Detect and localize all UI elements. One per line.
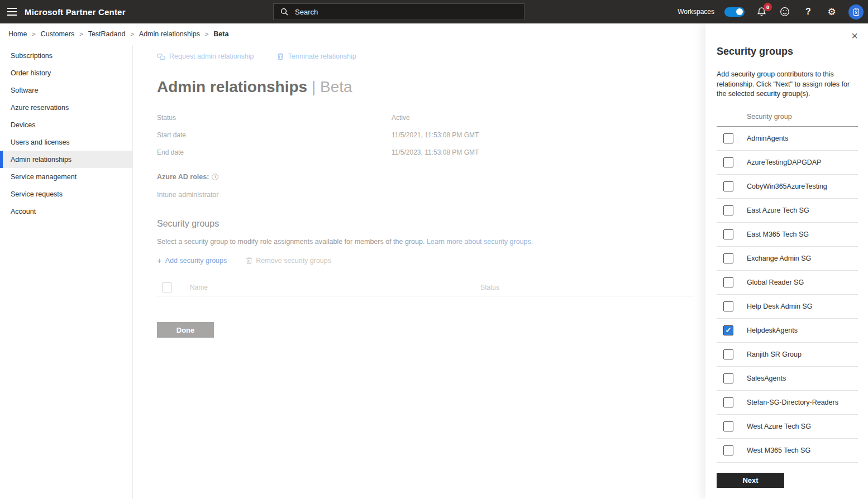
help-button[interactable]: ? [802, 5, 815, 18]
feedback-button[interactable] [778, 5, 791, 18]
id-badge-icon [852, 8, 860, 16]
security-group-list: AdminAgents AzureTestingDAPGDAP CobyWin3… [717, 127, 858, 463]
security-groups-description-text: Select a security group to modify role a… [157, 238, 427, 246]
sidebar-item-subscriptions[interactable]: Subscriptions [0, 47, 132, 64]
search-icon [280, 8, 288, 16]
checkbox[interactable] [723, 373, 733, 383]
settings-button[interactable]: ⚙ [825, 5, 838, 18]
group-name: Global Reader SG [747, 279, 804, 286]
list-item-stefan-sg-directory-readers[interactable]: Stefan-SG-Directory-Readers [717, 391, 858, 415]
breadcrumb-home[interactable]: Home [8, 30, 27, 38]
sidebar-item-label: Service management [11, 173, 77, 181]
checkbox[interactable] [723, 445, 733, 455]
global-search[interactable] [273, 3, 524, 20]
sidebar-item-users-and-licenses[interactable]: Users and licenses [0, 133, 132, 151]
group-name: East Azure Tech SG [747, 207, 809, 214]
list-item-adminagents[interactable]: AdminAgents [717, 127, 858, 151]
list-item-west-azure-tech-sg[interactable]: West Azure Tech SG [717, 415, 858, 439]
checkbox-checked[interactable]: ✓ [723, 325, 733, 335]
group-name: Exchange Admin SG [747, 255, 811, 262]
security-groups-table-header: Name Status [157, 279, 694, 296]
security-groups-actions: + Add security groups Remove security gr… [157, 256, 694, 265]
status-label: Status [157, 114, 392, 122]
sidebar-item-label: Order history [11, 69, 51, 77]
checkbox[interactable] [723, 277, 733, 287]
request-admin-relationship-button[interactable]: Request admin relationship [157, 52, 254, 60]
page-title-main: Admin relationships [157, 78, 307, 95]
sidebar-item-label: Subscriptions [11, 52, 53, 60]
terminate-relationship-button[interactable]: Terminate relationship [277, 52, 356, 60]
select-all-checkbox[interactable] [162, 282, 172, 292]
group-name: West Azure Tech SG [747, 423, 811, 430]
checkbox[interactable] [723, 181, 733, 191]
list-item-help-desk-admin-sg[interactable]: Help Desk Admin SG [717, 295, 858, 319]
panel-title: Security groups [717, 46, 858, 57]
group-name: East M365 Tech SG [747, 231, 809, 238]
checkbox[interactable] [723, 397, 733, 407]
learn-more-link[interactable]: Learn more about security groups. [427, 238, 533, 246]
list-item-cobywin365azuretesting[interactable]: CobyWin365AzureTesting [717, 175, 858, 199]
checkbox[interactable] [723, 253, 733, 263]
account-avatar[interactable] [848, 4, 864, 20]
group-name: West M365 Tech SG [747, 447, 810, 454]
checkbox[interactable] [723, 301, 733, 311]
page-title-separator: | [307, 78, 320, 95]
sidebar-item-service-management[interactable]: Service management [0, 168, 132, 185]
page-title: Admin relationships | Beta [157, 78, 694, 96]
sidebar-item-admin-relationships[interactable]: Admin relationships [0, 151, 132, 168]
checkbox[interactable] [723, 349, 733, 359]
group-name: Help Desk Admin SG [747, 303, 812, 310]
sidebar-item-label: Azure reservations [11, 104, 69, 112]
breadcrumb-current: Beta [213, 30, 228, 38]
group-name: Stefan-SG-Directory-Readers [747, 399, 838, 406]
checkbox[interactable] [723, 157, 733, 167]
breadcrumb-customers[interactable]: Customers [41, 30, 74, 38]
checkbox[interactable] [723, 133, 733, 143]
list-item-global-reader-sg[interactable]: Global Reader SG [717, 271, 858, 295]
security-groups-description: Select a security group to modify role a… [157, 238, 694, 246]
checkbox[interactable] [723, 229, 733, 239]
close-icon[interactable]: × [851, 30, 858, 41]
list-item-ranjith-sr-group[interactable]: Ranjith SR Group [717, 343, 858, 367]
sidebar-item-label: Admin relationships [11, 156, 71, 164]
add-security-groups-label: Add security groups [165, 257, 227, 265]
notifications-button[interactable]: 8 [755, 5, 768, 18]
group-name: SalesAgents [747, 375, 786, 382]
done-button[interactable]: Done [157, 322, 214, 338]
list-item-east-m365-tech-sg[interactable]: East M365 Tech SG [717, 223, 858, 247]
list-item-salesagents[interactable]: SalesAgents [717, 367, 858, 391]
terminate-relationship-label: Terminate relationship [288, 52, 356, 60]
request-relationship-icon [157, 53, 165, 60]
notification-badge: 8 [764, 3, 772, 11]
toggle-knob [736, 8, 743, 15]
next-button[interactable]: Next [717, 473, 784, 488]
page-title-beta: Beta [320, 78, 352, 95]
name-column-header: Name [190, 284, 480, 291]
breadcrumb-admin-relationships[interactable]: Admin relationships [139, 30, 200, 38]
add-security-groups-button[interactable]: + Add security groups [157, 256, 227, 265]
checkbox[interactable] [723, 421, 733, 431]
group-name: Ranjith SR Group [747, 351, 802, 358]
info-icon[interactable]: i [212, 174, 218, 180]
sidebar-item-order-history[interactable]: Order history [0, 64, 132, 81]
search-input[interactable] [295, 8, 507, 16]
list-item-east-azure-tech-sg[interactable]: East Azure Tech SG [717, 199, 858, 223]
list-item-azuretestingdapgdap[interactable]: AzureTestingDAPGDAP [717, 151, 858, 175]
chevron-right-icon: > [32, 31, 35, 37]
gear-icon: ⚙ [827, 7, 836, 17]
workspaces-toggle[interactable] [724, 7, 745, 17]
sidebar-item-account[interactable]: Account [0, 203, 132, 220]
sidebar-item-devices[interactable]: Devices [0, 116, 132, 133]
remove-security-groups-button[interactable]: Remove security groups [246, 257, 331, 265]
sidebar-item-software[interactable]: Software [0, 81, 132, 99]
list-item-west-m365-tech-sg[interactable]: West M365 Tech SG [717, 439, 858, 463]
list-item-exchange-admin-sg[interactable]: Exchange Admin SG [717, 247, 858, 271]
breadcrumb-customer-name[interactable]: TestRadand [88, 30, 126, 38]
list-item-helpdeskagents[interactable]: ✓ HelpdeskAgents [717, 319, 858, 343]
sidebar-item-service-requests[interactable]: Service requests [0, 185, 132, 203]
hamburger-menu-icon[interactable] [0, 0, 23, 23]
start-date-label: Start date [157, 131, 392, 139]
sidebar-item-azure-reservations[interactable]: Azure reservations [0, 99, 132, 116]
command-bar: Request admin relationship Terminate rel… [157, 52, 694, 60]
checkbox[interactable] [723, 205, 733, 215]
